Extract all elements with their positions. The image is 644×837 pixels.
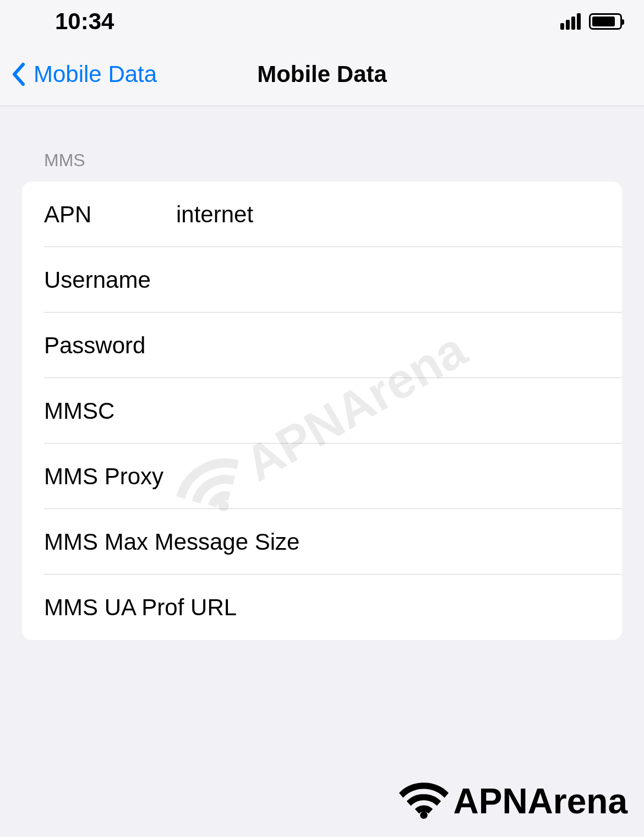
status-indicators — [560, 13, 622, 30]
row-label: MMSC — [44, 398, 176, 424]
footer-logo-text: APNArena — [453, 781, 627, 822]
row-username[interactable]: Username — [22, 247, 622, 313]
footer-logo: APNArena — [399, 776, 627, 826]
settings-group-mms: APN internet Username Password MMSC MMS … — [22, 182, 622, 640]
row-mmsc[interactable]: MMSC — [22, 378, 622, 444]
row-mms-max-message-size[interactable]: MMS Max Message Size — [22, 509, 622, 575]
row-apn[interactable]: APN internet — [22, 182, 622, 247]
row-mms-proxy[interactable]: MMS Proxy — [22, 444, 622, 509]
row-mms-ua-prof-url[interactable]: MMS UA Prof URL — [22, 575, 622, 640]
page-title: Mobile Data — [257, 61, 387, 87]
row-label: MMS Proxy — [44, 463, 176, 490]
chevron-left-icon — [11, 62, 25, 86]
battery-icon — [589, 13, 622, 30]
navigation-bar: Mobile Data Mobile Data — [0, 43, 644, 106]
wifi-icon — [399, 776, 449, 826]
row-password[interactable]: Password — [22, 313, 622, 378]
status-time: 10:34 — [55, 8, 114, 35]
row-value[interactable]: internet — [176, 201, 600, 228]
row-label: MMS Max Message Size — [44, 529, 299, 555]
row-label: MMS UA Prof URL — [44, 594, 237, 621]
section-header-mms: MMS — [22, 106, 622, 182]
row-label: APN — [44, 201, 176, 228]
back-button[interactable]: Mobile Data — [0, 61, 157, 87]
row-label: Password — [44, 332, 176, 359]
content-area: MMS APN internet Username Password MMSC … — [0, 106, 644, 640]
back-label: Mobile Data — [34, 61, 157, 87]
cellular-signal-icon — [560, 13, 581, 30]
row-label: Username — [44, 267, 176, 293]
status-bar: 10:34 — [0, 0, 644, 43]
